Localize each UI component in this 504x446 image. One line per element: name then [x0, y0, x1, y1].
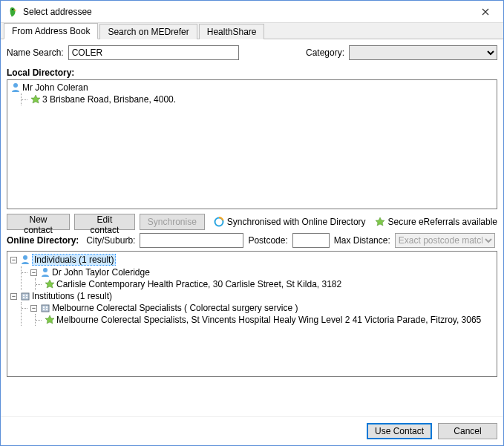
sync-icon [214, 217, 224, 227]
building-icon [40, 303, 50, 313]
local-contact-address: 3 Brisbane Road, Brisbane, 4000. [42, 94, 176, 105]
local-directory-title: Local Directory: [7, 68, 497, 78]
sync-legend: Synchronised with Online Directory [214, 217, 366, 227]
expander-minus-icon[interactable]: − [30, 269, 37, 276]
use-contact-button[interactable]: Use Contact [367, 423, 432, 439]
titlebar: Select addressee [1, 1, 503, 23]
postcode-input[interactable] [292, 233, 330, 248]
star-icon [45, 279, 55, 289]
app-parrot-icon [7, 6, 19, 18]
name-search-input[interactable] [68, 45, 239, 60]
institution-result-row[interactable]: − Melbourne Colerectal Specialists ( Col… [24, 302, 494, 314]
local-contact-address-row[interactable]: 3 Brisbane Road, Brisbane, 4000. [24, 94, 494, 105]
city-input[interactable] [140, 233, 243, 248]
online-directory-title: Online Directory: [7, 235, 79, 246]
local-contact-name: Mr John Coleran [22, 82, 88, 93]
expander-minus-icon[interactable]: − [10, 293, 17, 300]
online-filters-row: Online Directory: City/Suburb: Postcode:… [7, 233, 497, 248]
name-search-label: Name Search: [7, 47, 64, 58]
institution-name: Melbourne Colerectal Specialists ( Color… [52, 303, 298, 313]
tab-healthshare[interactable]: HealthShare [199, 24, 265, 39]
person-icon [40, 267, 50, 278]
person-icon [20, 255, 30, 265]
category-select[interactable] [349, 45, 497, 60]
category-label: Category: [306, 47, 344, 58]
ereferrals-legend-text: Secure eReferrals available [388, 217, 497, 227]
local-contact-row[interactable]: Mr John Coleran [10, 82, 494, 94]
close-icon [482, 8, 489, 16]
dialog-footer: Use Contact Cancel [1, 416, 503, 445]
expander-minus-icon[interactable]: − [10, 257, 17, 263]
star-icon [30, 94, 41, 105]
institution-address-row[interactable]: Melbourne Colerectal Specialists, St Vin… [39, 314, 494, 326]
city-label: City/Suburb: [86, 235, 135, 246]
ereferrals-legend: Secure eReferrals available [375, 217, 497, 227]
maxdist-select[interactable]: Exact postcode match [395, 233, 495, 248]
individual-address: Carlisle Contemporary Health Practice, 3… [56, 279, 341, 289]
building-icon [20, 291, 30, 301]
person-icon [10, 82, 21, 93]
institutions-group-row[interactable]: − Institutions (1 result) [10, 290, 494, 302]
individuals-group-label: Individuals (1 result) [32, 254, 116, 266]
star-icon [45, 315, 55, 325]
individual-result-row[interactable]: − Dr John Taylor Coleridge [24, 266, 494, 278]
synchronise-button[interactable]: Synchronise [140, 214, 205, 230]
local-directory-list[interactable]: Mr John Coleran 3 Brisbane Road, Brisban… [7, 79, 497, 209]
tab-from-address-book[interactable]: From Address Book [4, 23, 98, 39]
individual-name: Dr John Taylor Coleridge [52, 267, 150, 278]
local-actions-row: New contact Edit contact Synchronise Syn… [7, 214, 497, 230]
institutions-group-label: Institutions (1 result) [32, 291, 112, 301]
sync-legend-text: Synchronised with Online Directory [227, 217, 366, 227]
search-row: Name Search: Category: [7, 45, 497, 60]
edit-contact-button[interactable]: Edit contact [74, 214, 135, 230]
expander-minus-icon[interactable]: − [30, 305, 37, 312]
individual-address-row[interactable]: Carlisle Contemporary Health Practice, 3… [39, 278, 494, 290]
institution-address: Melbourne Colerectal Specialists, St Vin… [56, 315, 481, 325]
maxdist-label: Max Distance: [334, 235, 390, 246]
select-addressee-dialog: Select addressee From Address Book Searc… [0, 0, 504, 446]
new-contact-button[interactable]: New contact [7, 214, 70, 230]
online-directory-list[interactable]: − Individuals (1 result) − Dr John Taylo… [7, 251, 497, 377]
tab-bar: From Address Book Search on MEDrefer Hea… [1, 23, 503, 39]
cancel-button[interactable]: Cancel [438, 423, 497, 439]
window-title: Select addressee [23, 7, 471, 17]
postcode-label: Postcode: [248, 235, 287, 246]
star-icon [375, 217, 385, 227]
window-close-button[interactable] [471, 1, 500, 22]
individuals-group-row[interactable]: − Individuals (1 result) [10, 253, 494, 266]
tab-search-medrefer[interactable]: Search on MEDrefer [99, 24, 197, 39]
